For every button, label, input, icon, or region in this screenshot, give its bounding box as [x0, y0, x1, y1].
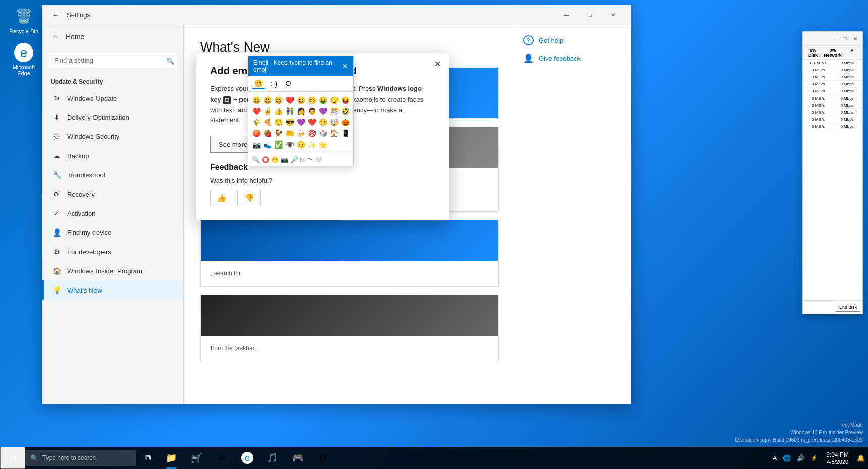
tm-minimize-button[interactable]: — — [830, 34, 840, 44]
table-row: 0 MB/s0 Mbps — [803, 109, 862, 116]
taskbar-app-settings[interactable]: ⚙ — [310, 447, 335, 469]
disk-val: 0 MB/s — [805, 96, 832, 101]
emoji-cell[interactable]: 👁️ — [284, 139, 295, 150]
edge-taskbar-icon: e — [241, 452, 253, 464]
emoji-cell[interactable]: 💜 — [296, 117, 306, 127]
emoji-cell[interactable]: 😐 — [296, 139, 306, 150]
titlebar-left: ← Settings — [49, 8, 90, 22]
task-view-button[interactable]: ⧉ — [136, 447, 159, 469]
back-button[interactable]: ← — [49, 8, 63, 22]
sidebar-item-backup[interactable]: ☁ Backup — [42, 146, 183, 165]
tm-maximize-button[interactable]: □ — [840, 34, 850, 44]
recycle-bin-icon[interactable]: 🗑️ Recycle Bin — [6, 6, 41, 34]
emoji-cell[interactable]: 😝 — [340, 95, 350, 105]
emoji-tab-symbols[interactable]: Ω — [283, 79, 293, 89]
network-icon[interactable]: 🌐 — [780, 447, 794, 469]
sidebar-home[interactable]: ⌂ Home — [42, 25, 183, 49]
emoji-cell[interactable]: 🤣 — [340, 106, 350, 116]
emoji-cell[interactable]: 👫 — [284, 106, 295, 116]
taskbar-clock[interactable]: 9:04 PM 4/8/2020 — [821, 447, 854, 469]
emoji-cell[interactable]: 😏 — [329, 95, 339, 105]
end-task-button[interactable]: End task — [836, 303, 860, 312]
sidebar-item-insider[interactable]: 🏠 Windows Insider Program — [42, 261, 183, 280]
thumbs-up-button[interactable]: 👍 — [210, 190, 233, 206]
thumbs-down-button[interactable]: 👎 — [237, 190, 261, 206]
emoji-cell[interactable]: 🎯 — [307, 128, 317, 138]
emoji-cell[interactable]: 🏠 — [329, 128, 339, 138]
sidebar-item-delivery-optimization[interactable]: ⬇ Delivery Optimization — [42, 108, 183, 127]
emoji-cell[interactable]: 💜 — [318, 106, 328, 116]
search-icon8: 🤍 — [315, 156, 322, 163]
taskbar-app-mail[interactable]: ✉ — [209, 447, 234, 469]
sidebar-item-activation[interactable]: ✓ Activation — [42, 204, 183, 223]
battery-icon[interactable]: ⚡ — [808, 447, 821, 469]
taskbar-app-groove[interactable]: 🎵 — [260, 447, 285, 469]
sidebar-item-troubleshoot[interactable]: 🔧 Troubleshoot — [42, 165, 183, 184]
emoji-cell[interactable]: ✨ — [307, 139, 317, 150]
emoji-cell[interactable]: 🍓 — [262, 128, 272, 138]
get-help-link[interactable]: ? Get help — [523, 35, 623, 45]
start-button[interactable]: ⊞ — [0, 447, 25, 469]
emoji-cell[interactable]: 😊 — [307, 95, 317, 105]
notification-icon[interactable]: 🔔 — [854, 447, 868, 469]
minimize-button[interactable]: — — [555, 8, 578, 23]
emoji-cell[interactable]: 😃 — [262, 95, 272, 105]
emoji-cell[interactable]: 😌 — [273, 117, 283, 127]
emoji-cell[interactable]: ✅ — [273, 139, 283, 150]
emoji-cell[interactable]: ❤️ — [251, 106, 261, 116]
emoji-cell[interactable]: ❤️ — [284, 95, 295, 105]
emoji-picker-close-button[interactable]: ✕ — [342, 63, 348, 70]
emoji-cell[interactable]: 😶 — [318, 117, 328, 127]
emoji-cell[interactable]: 👟 — [262, 139, 272, 150]
emoji-cell[interactable]: 😀 — [251, 95, 261, 105]
emoji-picker: Emoji - Keep typing to find an emoji ✕ 😊… — [248, 56, 354, 166]
emoji-cell[interactable]: 🍑 — [251, 128, 261, 138]
emoji-cell[interactable]: 🎃 — [340, 117, 350, 127]
sidebar-item-windows-update[interactable]: ↻ Windows Update — [42, 88, 183, 108]
emoji-cell[interactable]: 👨 — [307, 106, 317, 116]
emoji-cell[interactable]: 👍 — [273, 106, 283, 116]
dialog-close-button[interactable]: ✕ — [429, 56, 445, 71]
taskbar-app-xbox[interactable]: 🎮 — [285, 447, 310, 469]
emoji-cell[interactable]: 🌾 — [251, 117, 261, 127]
maximize-button[interactable]: □ — [578, 8, 602, 23]
emoji-cell[interactable]: 👩 — [296, 106, 306, 116]
sidebar-item-find-device[interactable]: 👤 Find my device — [42, 223, 183, 242]
emoji-cell[interactable]: 🍕 — [262, 117, 272, 127]
close-button[interactable]: ✕ — [602, 8, 625, 23]
give-feedback-link[interactable]: 👤 Give feedback — [523, 54, 623, 63]
emoji-cell[interactable]: 🎲 — [318, 128, 328, 138]
emoji-cell[interactable]: ❤️ — [307, 117, 317, 127]
search-button[interactable]: 🔍 — [166, 57, 174, 64]
edge-icon[interactable]: e Microsoft Edge — [6, 43, 41, 76]
sidebar-item-whats-new[interactable]: 💡 What's New — [42, 280, 183, 300]
emoji-cell[interactable]: 🤑 — [318, 95, 328, 105]
emoji-cell[interactable]: ✌️ — [262, 106, 272, 116]
taskbar-app-file-explorer[interactable]: 📁 — [159, 447, 184, 469]
emoji-cell[interactable]: 😆 — [273, 95, 283, 105]
card-image-4 — [201, 295, 498, 336]
emoji-cell[interactable]: 🤲 — [284, 128, 295, 138]
emoji-tab-emoji[interactable]: 😊 — [252, 78, 265, 89]
language-indicator[interactable]: A — [769, 447, 780, 469]
emoji-cell[interactable]: 📱 — [340, 128, 350, 138]
search-input[interactable] — [49, 53, 177, 68]
sidebar-item-developers[interactable]: ⚙ For developers — [42, 242, 183, 261]
sidebar-item-recovery[interactable]: ⟳ Recovery — [42, 184, 183, 204]
tm-close-button[interactable]: ✕ — [850, 34, 860, 44]
emoji-cell[interactable]: 📷 — [251, 139, 261, 150]
emoji-cell[interactable]: 🎊 — [329, 106, 339, 116]
emoji-cell[interactable]: 🍻 — [296, 128, 306, 138]
emoji-tab-kaomoji[interactable]: :-) — [269, 79, 279, 89]
sidebar-item-label: Backup — [67, 152, 89, 160]
emoji-cell[interactable]: 🌟 — [318, 139, 328, 150]
emoji-cell[interactable]: 😄 — [296, 95, 306, 105]
emoji-cell[interactable]: 🐓 — [273, 128, 283, 138]
sidebar-item-windows-security[interactable]: 🛡 Windows Security — [42, 127, 183, 146]
taskbar-search-box[interactable]: 🔍 Type here to search — [25, 450, 136, 466]
taskbar-app-edge[interactable]: e — [234, 447, 260, 469]
emoji-cell[interactable]: 😎 — [284, 117, 295, 127]
volume-icon[interactable]: 🔊 — [794, 447, 808, 469]
emoji-cell[interactable]: 🤯 — [329, 117, 339, 127]
taskbar-app-store[interactable]: 🛒 — [184, 447, 209, 469]
